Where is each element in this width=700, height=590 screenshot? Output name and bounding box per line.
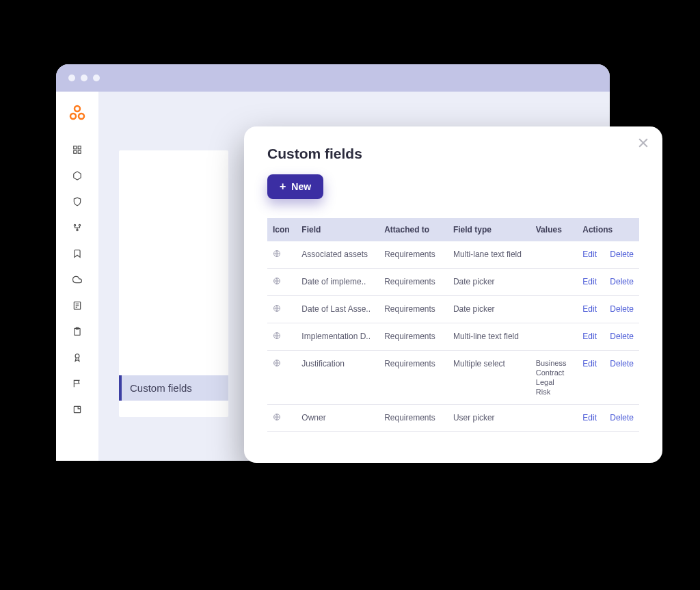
edit-link[interactable]: Edit bbox=[582, 359, 597, 368]
cell-field: Associated assets bbox=[296, 241, 379, 269]
new-button[interactable]: + New bbox=[267, 174, 323, 199]
svg-rect-3 bbox=[74, 146, 77, 149]
table-row: Date of Last Asse..RequirementsDate pick… bbox=[267, 296, 639, 323]
document-icon[interactable] bbox=[72, 301, 82, 310]
svg-point-2 bbox=[79, 113, 84, 119]
cell-values bbox=[530, 405, 578, 432]
value-item: Legal bbox=[536, 378, 572, 386]
hierarchy-icon[interactable] bbox=[72, 223, 82, 232]
table-row: Associated assetsRequirementsMulti-lane … bbox=[267, 241, 639, 269]
cell-attached: Requirements bbox=[379, 405, 448, 432]
cell-attached: Requirements bbox=[379, 296, 448, 323]
table-row: JustificationRequirementsMultiple select… bbox=[267, 351, 639, 405]
cloud-icon[interactable] bbox=[72, 275, 82, 284]
edit-link[interactable]: Edit bbox=[582, 250, 597, 259]
edit-link[interactable]: Edit bbox=[582, 304, 597, 314]
delete-link[interactable]: Delete bbox=[610, 277, 634, 286]
cell-attached: Requirements bbox=[379, 323, 448, 351]
field-row-icon bbox=[273, 332, 281, 340]
svg-rect-17 bbox=[74, 406, 80, 412]
value-item: Contract bbox=[536, 368, 572, 377]
table-row: Implementation D..RequirementsMulti-line… bbox=[267, 323, 639, 351]
svg-rect-5 bbox=[74, 150, 77, 153]
col-header-type: Field type bbox=[448, 218, 530, 241]
cell-values bbox=[530, 323, 578, 351]
edit-link[interactable]: Edit bbox=[582, 332, 597, 341]
cell-attached: Requirements bbox=[379, 241, 448, 269]
col-header-icon: Icon bbox=[267, 218, 296, 241]
cell-field: Date of impleme.. bbox=[296, 269, 379, 296]
note-icon[interactable] bbox=[72, 405, 82, 414]
col-header-values: Values bbox=[530, 218, 578, 241]
cell-values bbox=[530, 269, 578, 296]
delete-link[interactable]: Delete bbox=[610, 359, 634, 368]
value-item: Risk bbox=[536, 388, 572, 396]
cell-field: Justification bbox=[296, 351, 379, 405]
svg-point-9 bbox=[77, 229, 78, 230]
table-row: Date of impleme..RequirementsDate picker… bbox=[267, 269, 639, 296]
custom-fields-modal: Custom fields + New Icon Field Attached … bbox=[244, 126, 662, 463]
new-button-label: New bbox=[291, 181, 311, 192]
cell-type: Multiple select bbox=[448, 351, 530, 405]
plus-icon: + bbox=[280, 181, 286, 192]
edit-link[interactable]: Edit bbox=[582, 277, 597, 286]
field-row-icon bbox=[273, 413, 281, 421]
shield-icon[interactable] bbox=[72, 197, 82, 206]
col-header-attached: Attached to bbox=[379, 218, 448, 241]
table-row: OwnerRequirementsUser pickerEditDelete bbox=[267, 405, 639, 432]
cell-attached: Requirements bbox=[379, 351, 448, 405]
modal-title: Custom fields bbox=[267, 146, 639, 162]
badge-icon[interactable] bbox=[72, 353, 82, 362]
delete-link[interactable]: Delete bbox=[610, 332, 634, 341]
fields-table: Icon Field Attached to Field type Values… bbox=[267, 218, 639, 432]
cell-field: Date of Last Asse.. bbox=[296, 296, 379, 323]
svg-point-0 bbox=[75, 106, 80, 111]
svg-point-8 bbox=[79, 224, 80, 226]
cell-attached: Requirements bbox=[379, 269, 448, 296]
svg-point-7 bbox=[74, 224, 75, 226]
window-dot bbox=[93, 75, 100, 81]
svg-rect-6 bbox=[78, 150, 81, 153]
cell-values bbox=[530, 241, 578, 269]
close-icon[interactable] bbox=[636, 136, 650, 152]
app-logo-icon bbox=[68, 104, 86, 124]
field-row-icon bbox=[273, 304, 281, 312]
value-item: Business bbox=[536, 359, 572, 367]
delete-link[interactable]: Delete bbox=[610, 250, 634, 259]
field-row-icon bbox=[273, 359, 281, 367]
clipboard-icon[interactable] bbox=[72, 327, 82, 336]
field-row-icon bbox=[273, 250, 281, 258]
cell-type: Date picker bbox=[448, 269, 530, 296]
settings-nav-card: Custom fields bbox=[119, 150, 228, 417]
nav-item-label: Custom fields bbox=[130, 382, 192, 394]
svg-point-1 bbox=[70, 113, 76, 119]
window-titlebar bbox=[56, 64, 610, 92]
flag-icon[interactable] bbox=[72, 379, 82, 388]
col-header-actions: Actions bbox=[577, 218, 639, 241]
box-icon[interactable] bbox=[72, 171, 82, 180]
svg-rect-4 bbox=[78, 146, 81, 149]
bookmark-icon[interactable] bbox=[72, 249, 82, 258]
dashboard-icon[interactable] bbox=[72, 145, 82, 155]
edit-link[interactable]: Edit bbox=[582, 413, 597, 423]
cell-field: Implementation D.. bbox=[296, 323, 379, 351]
nav-item-custom-fields[interactable]: Custom fields bbox=[119, 375, 228, 401]
cell-field: Owner bbox=[296, 405, 379, 432]
window-dot bbox=[68, 75, 75, 81]
cell-type: Date picker bbox=[448, 296, 530, 323]
delete-link[interactable]: Delete bbox=[610, 413, 634, 423]
col-header-field: Field bbox=[296, 218, 379, 241]
cell-type: User picker bbox=[448, 405, 530, 432]
window-dot bbox=[81, 75, 88, 81]
field-row-icon bbox=[273, 277, 281, 285]
cell-type: Multi-lane text field bbox=[448, 241, 530, 269]
cell-values bbox=[530, 296, 578, 323]
cell-values: BusinessContractLegalRisk bbox=[530, 351, 578, 405]
cell-type: Multi-line text field bbox=[448, 323, 530, 351]
sidebar bbox=[56, 92, 98, 461]
svg-point-16 bbox=[75, 354, 79, 358]
delete-link[interactable]: Delete bbox=[610, 304, 634, 314]
